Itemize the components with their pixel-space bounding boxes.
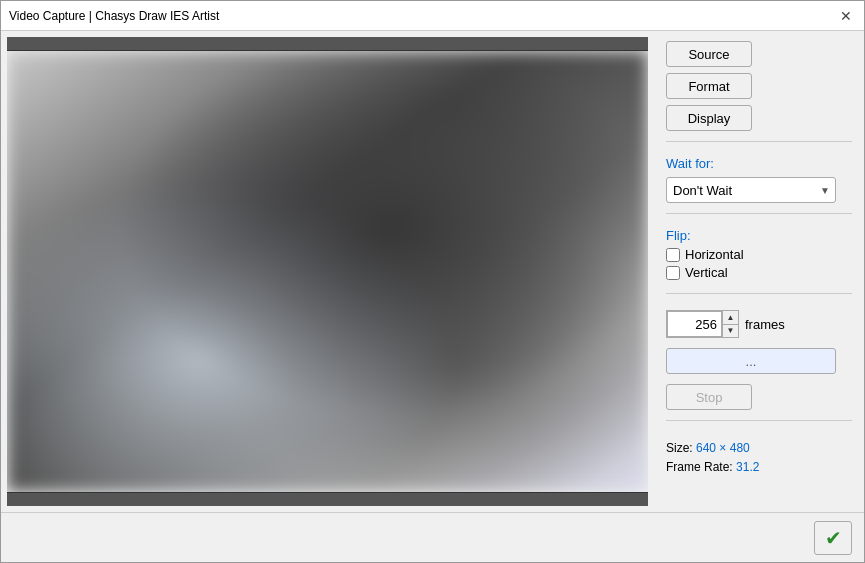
main-window: Video Capture | Chasys Draw IES Artist ✕… (0, 0, 865, 563)
fps-value: 31.2 (736, 460, 759, 474)
window-title: Video Capture | Chasys Draw IES Artist (9, 9, 219, 23)
horizontal-checkbox[interactable] (666, 248, 680, 262)
spinner-buttons: ▲ ▼ (722, 311, 738, 337)
wait-for-label: Wait for: (666, 156, 852, 171)
preview-canvas (7, 51, 648, 492)
horizontal-row: Horizontal (666, 247, 852, 262)
spinner-down-button[interactable]: ▼ (723, 325, 738, 338)
vertical-row: Vertical (666, 265, 852, 280)
content-area: Source Format Display Wait for: Don't Wa… (1, 31, 864, 512)
wait-for-select[interactable]: Don't Wait Wait for frame Wait for signa… (666, 177, 836, 203)
size-info: Size: 640 × 480 (666, 439, 852, 458)
flip-section: Flip: Horizontal Vertical (666, 228, 852, 283)
framerate-info: Frame Rate: 31.2 (666, 458, 852, 477)
stop-button[interactable]: Stop (666, 384, 752, 410)
preview-bottom-bar (7, 492, 648, 506)
frames-input[interactable]: 256 (667, 311, 722, 337)
title-bar: Video Capture | Chasys Draw IES Artist ✕ (1, 1, 864, 31)
flip-label: Flip: (666, 228, 852, 243)
path-button[interactable]: ... (666, 348, 836, 374)
preview-area (1, 31, 654, 512)
divider-3 (666, 293, 852, 294)
sidebar: Source Format Display Wait for: Don't Wa… (654, 31, 864, 512)
divider-1 (666, 141, 852, 142)
preview-top-bar (7, 37, 648, 51)
vertical-checkbox[interactable] (666, 266, 680, 280)
divider-4 (666, 420, 852, 421)
bottom-bar: ✔ (1, 512, 864, 562)
info-section: Size: 640 × 480 Frame Rate: 31.2 (666, 439, 852, 477)
size-value: 640 × 480 (696, 441, 750, 455)
close-button[interactable]: ✕ (836, 6, 856, 26)
frames-spinner: 256 ▲ ▼ (666, 310, 739, 338)
frames-row: 256 ▲ ▼ frames (666, 310, 852, 338)
format-button[interactable]: Format (666, 73, 752, 99)
display-button[interactable]: Display (666, 105, 752, 131)
vertical-label[interactable]: Vertical (685, 265, 728, 280)
ok-button[interactable]: ✔ (814, 521, 852, 555)
frames-label: frames (745, 317, 785, 332)
checkmark-icon: ✔ (825, 526, 842, 550)
source-button[interactable]: Source (666, 41, 752, 67)
divider-2 (666, 213, 852, 214)
horizontal-label[interactable]: Horizontal (685, 247, 744, 262)
wait-for-select-wrapper: Don't Wait Wait for frame Wait for signa… (666, 177, 836, 203)
spinner-up-button[interactable]: ▲ (723, 311, 738, 325)
